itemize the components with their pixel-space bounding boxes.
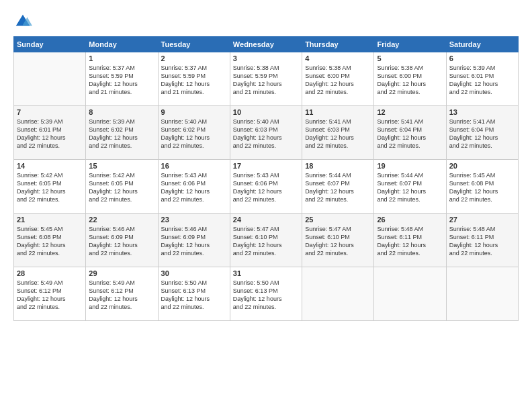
day-number: 21 [17, 216, 83, 224]
header-row: SundayMondayTuesdayWednesdayThursdayFrid… [14, 37, 519, 52]
cell-info: Sunrise: 5:43 AM Sunset: 6:06 PM Dayligh… [161, 171, 227, 204]
cell-0-2: 2Sunrise: 5:37 AM Sunset: 5:59 PM Daylig… [158, 52, 230, 106]
cell-0-0 [14, 52, 86, 106]
cell-info: Sunrise: 5:39 AM Sunset: 6:01 PM Dayligh… [449, 64, 515, 97]
week-row-3: 21Sunrise: 5:45 AM Sunset: 6:08 PM Dayli… [14, 214, 519, 267]
cell-info: Sunrise: 5:43 AM Sunset: 6:06 PM Dayligh… [233, 171, 299, 204]
col-header-saturday: Saturday [446, 37, 518, 52]
day-number: 8 [89, 108, 154, 116]
cell-2-6: 20Sunrise: 5:45 AM Sunset: 6:08 PM Dayli… [446, 160, 518, 214]
cell-1-0: 7Sunrise: 5:39 AM Sunset: 6:01 PM Daylig… [14, 106, 86, 160]
calendar-table: SundayMondayTuesdayWednesdayThursdayFrid… [13, 36, 519, 321]
cell-1-2: 9Sunrise: 5:40 AM Sunset: 6:02 PM Daylig… [158, 106, 230, 160]
col-header-sunday: Sunday [14, 37, 86, 52]
day-number: 28 [17, 269, 83, 277]
day-number: 4 [305, 54, 371, 62]
cell-info: Sunrise: 5:41 AM Sunset: 6:04 PM Dayligh… [377, 118, 443, 150]
cell-info: Sunrise: 5:49 AM Sunset: 6:12 PM Dayligh… [89, 279, 154, 312]
cell-1-5: 12Sunrise: 5:41 AM Sunset: 6:04 PM Dayli… [374, 106, 446, 160]
day-number: 7 [17, 108, 83, 116]
col-header-thursday: Thursday [302, 37, 374, 52]
cell-info: Sunrise: 5:41 AM Sunset: 6:04 PM Dayligh… [449, 118, 515, 150]
cell-1-3: 10Sunrise: 5:40 AM Sunset: 6:03 PM Dayli… [230, 106, 302, 160]
cell-1-1: 8Sunrise: 5:39 AM Sunset: 6:02 PM Daylig… [86, 106, 158, 160]
day-number: 26 [377, 216, 443, 224]
cell-info: Sunrise: 5:48 AM Sunset: 6:11 PM Dayligh… [377, 225, 443, 258]
cell-2-0: 14Sunrise: 5:42 AM Sunset: 6:05 PM Dayli… [14, 160, 86, 214]
cell-4-6 [446, 267, 518, 321]
cell-info: Sunrise: 5:48 AM Sunset: 6:11 PM Dayligh… [449, 225, 515, 258]
cell-info: Sunrise: 5:42 AM Sunset: 6:05 PM Dayligh… [17, 171, 83, 204]
day-number: 29 [89, 269, 154, 277]
cell-info: Sunrise: 5:50 AM Sunset: 6:13 PM Dayligh… [161, 279, 227, 312]
cell-2-2: 16Sunrise: 5:43 AM Sunset: 6:06 PM Dayli… [158, 160, 230, 214]
day-number: 13 [449, 108, 515, 116]
day-number: 12 [377, 108, 443, 116]
cell-info: Sunrise: 5:44 AM Sunset: 6:07 PM Dayligh… [305, 171, 371, 204]
cell-info: Sunrise: 5:42 AM Sunset: 6:05 PM Dayligh… [89, 171, 154, 204]
cell-4-4 [302, 267, 374, 321]
cell-info: Sunrise: 5:39 AM Sunset: 6:02 PM Dayligh… [89, 118, 154, 150]
cell-info: Sunrise: 5:46 AM Sunset: 6:09 PM Dayligh… [161, 225, 227, 258]
cell-info: Sunrise: 5:49 AM Sunset: 6:12 PM Dayligh… [17, 279, 83, 312]
cell-3-4: 25Sunrise: 5:47 AM Sunset: 6:10 PM Dayli… [302, 214, 374, 267]
week-row-2: 14Sunrise: 5:42 AM Sunset: 6:05 PM Dayli… [14, 160, 519, 214]
cell-info: Sunrise: 5:46 AM Sunset: 6:09 PM Dayligh… [89, 225, 154, 258]
day-number: 10 [233, 108, 299, 116]
day-number: 23 [161, 216, 227, 224]
col-header-tuesday: Tuesday [158, 37, 230, 52]
cell-4-3: 31Sunrise: 5:50 AM Sunset: 6:13 PM Dayli… [230, 267, 302, 321]
cell-0-3: 3Sunrise: 5:38 AM Sunset: 5:59 PM Daylig… [230, 52, 302, 106]
cell-info: Sunrise: 5:47 AM Sunset: 6:10 PM Dayligh… [233, 225, 299, 258]
day-number: 14 [17, 162, 83, 170]
cell-3-1: 22Sunrise: 5:46 AM Sunset: 6:09 PM Dayli… [86, 214, 158, 267]
cell-2-5: 19Sunrise: 5:44 AM Sunset: 6:07 PM Dayli… [374, 160, 446, 214]
cell-info: Sunrise: 5:38 AM Sunset: 6:00 PM Dayligh… [377, 64, 443, 97]
cell-info: Sunrise: 5:45 AM Sunset: 6:08 PM Dayligh… [17, 225, 83, 258]
cell-4-1: 29Sunrise: 5:49 AM Sunset: 6:12 PM Dayli… [86, 267, 158, 321]
cell-3-5: 26Sunrise: 5:48 AM Sunset: 6:11 PM Dayli… [374, 214, 446, 267]
cell-info: Sunrise: 5:38 AM Sunset: 5:59 PM Dayligh… [233, 64, 299, 97]
day-number: 18 [305, 162, 371, 170]
header [13, 12, 519, 31]
cell-info: Sunrise: 5:44 AM Sunset: 6:07 PM Dayligh… [377, 171, 443, 204]
cell-info: Sunrise: 5:40 AM Sunset: 6:02 PM Dayligh… [161, 118, 227, 150]
day-number: 27 [449, 216, 515, 224]
day-number: 9 [161, 108, 227, 116]
week-row-0: 1Sunrise: 5:37 AM Sunset: 5:59 PM Daylig… [14, 52, 519, 106]
cell-1-4: 11Sunrise: 5:41 AM Sunset: 6:03 PM Dayli… [302, 106, 374, 160]
cell-0-1: 1Sunrise: 5:37 AM Sunset: 5:59 PM Daylig… [86, 52, 158, 106]
cell-2-3: 17Sunrise: 5:43 AM Sunset: 6:06 PM Dayli… [230, 160, 302, 214]
week-row-1: 7Sunrise: 5:39 AM Sunset: 6:01 PM Daylig… [14, 106, 519, 160]
cell-info: Sunrise: 5:50 AM Sunset: 6:13 PM Dayligh… [233, 279, 299, 312]
day-number: 2 [161, 54, 227, 62]
day-number: 31 [233, 269, 299, 277]
col-header-monday: Monday [86, 37, 158, 52]
cell-info: Sunrise: 5:38 AM Sunset: 6:00 PM Dayligh… [305, 64, 371, 97]
cell-4-0: 28Sunrise: 5:49 AM Sunset: 6:12 PM Dayli… [14, 267, 86, 321]
logo-icon [13, 12, 32, 31]
week-row-4: 28Sunrise: 5:49 AM Sunset: 6:12 PM Dayli… [14, 267, 519, 321]
cell-info: Sunrise: 5:39 AM Sunset: 6:01 PM Dayligh… [17, 118, 83, 150]
cell-info: Sunrise: 5:41 AM Sunset: 6:03 PM Dayligh… [305, 118, 371, 150]
cell-1-6: 13Sunrise: 5:41 AM Sunset: 6:04 PM Dayli… [446, 106, 518, 160]
cell-0-4: 4Sunrise: 5:38 AM Sunset: 6:00 PM Daylig… [302, 52, 374, 106]
cell-0-5: 5Sunrise: 5:38 AM Sunset: 6:00 PM Daylig… [374, 52, 446, 106]
col-header-friday: Friday [374, 37, 446, 52]
day-number: 25 [305, 216, 371, 224]
page: SundayMondayTuesdayWednesdayThursdayFrid… [0, 0, 532, 411]
cell-2-4: 18Sunrise: 5:44 AM Sunset: 6:07 PM Dayli… [302, 160, 374, 214]
cell-info: Sunrise: 5:45 AM Sunset: 6:08 PM Dayligh… [449, 171, 515, 204]
day-number: 19 [377, 162, 443, 170]
day-number: 24 [233, 216, 299, 224]
day-number: 11 [305, 108, 371, 116]
cell-info: Sunrise: 5:47 AM Sunset: 6:10 PM Dayligh… [305, 225, 371, 258]
cell-info: Sunrise: 5:37 AM Sunset: 5:59 PM Dayligh… [161, 64, 227, 97]
cell-3-6: 27Sunrise: 5:48 AM Sunset: 6:11 PM Dayli… [446, 214, 518, 267]
cell-info: Sunrise: 5:40 AM Sunset: 6:03 PM Dayligh… [233, 118, 299, 150]
day-number: 17 [233, 162, 299, 170]
cell-3-3: 24Sunrise: 5:47 AM Sunset: 6:10 PM Dayli… [230, 214, 302, 267]
day-number: 30 [161, 269, 227, 277]
day-number: 3 [233, 54, 299, 62]
cell-2-1: 15Sunrise: 5:42 AM Sunset: 6:05 PM Dayli… [86, 160, 158, 214]
